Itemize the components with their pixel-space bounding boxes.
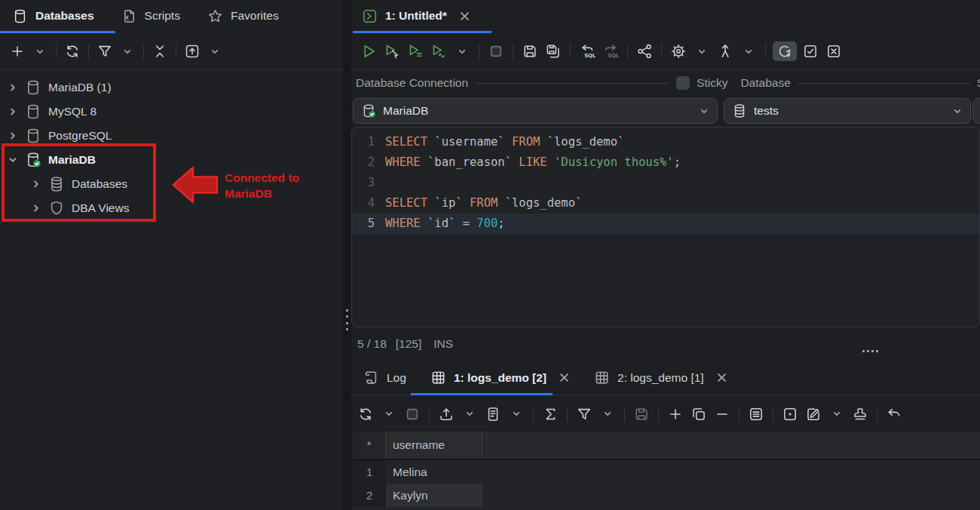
tree-item-mysql-8[interactable]: MySQL 8 <box>0 100 343 124</box>
collapse-all-button[interactable] <box>150 41 170 61</box>
cell-username[interactable]: Melina <box>386 460 482 484</box>
toolbar-separator <box>429 407 430 422</box>
close-icon[interactable] <box>459 11 470 22</box>
table-icon <box>594 370 610 386</box>
edit-cell-button[interactable] <box>804 404 823 424</box>
tab-favorites[interactable]: Favorites <box>207 0 279 32</box>
tree-item-label: MySQL 8 <box>48 105 96 118</box>
save-result-button[interactable] <box>632 404 651 424</box>
delete-row-button[interactable] <box>712 404 732 424</box>
database-icon <box>12 8 28 24</box>
horizontal-splitter-handle-icon[interactable] <box>862 350 878 352</box>
format-sql-button[interactable]: SQL <box>577 41 597 61</box>
file-dropdown-button[interactable] <box>507 404 526 424</box>
commit-button[interactable] <box>715 41 735 61</box>
export-file-button[interactable] <box>483 404 503 424</box>
save-icon <box>633 406 650 422</box>
edit-dropdown-button[interactable] <box>827 404 847 424</box>
chevron-down-icon <box>699 106 709 116</box>
add-dropdown-button[interactable] <box>30 41 50 61</box>
schema-selector-cutoff[interactable] <box>972 98 980 124</box>
filter-result-button[interactable] <box>574 404 594 424</box>
add-connection-button[interactable] <box>8 41 27 61</box>
chevron-down-icon <box>8 155 18 165</box>
save-button[interactable] <box>520 41 540 61</box>
filter-dropdown-button[interactable] <box>118 41 137 61</box>
toolbar-separator <box>143 44 144 59</box>
code-line[interactable]: 4SELECT `ip` FROM `logs_demo` <box>352 193 979 214</box>
revert-button[interactable] <box>884 404 904 424</box>
check-all-button[interactable] <box>801 41 820 61</box>
refresh-result-button[interactable] <box>356 404 375 424</box>
tab-untitled-query[interactable]: 1: Untitled* <box>362 0 470 32</box>
stop-result-button[interactable] <box>403 404 422 424</box>
sidebar: Databases Scripts Favorites <box>0 0 343 510</box>
sticky-label: Sticky <box>697 76 727 90</box>
refresh-dropdown-button[interactable] <box>379 404 399 424</box>
toolbar-separator <box>570 44 571 59</box>
sidebar-tabbar: Databases Scripts Favorites <box>0 0 343 32</box>
export-data-button[interactable] <box>436 404 456 424</box>
run-at-cursor-button[interactable] <box>382 41 402 61</box>
tree-item-mariadb-1[interactable]: MariaDB (1) <box>0 75 343 100</box>
unformat-sql-button[interactable]: SQL <box>601 41 620 61</box>
tab-result-1[interactable]: 1: logs_demo [2] <box>430 361 570 395</box>
tab-log[interactable]: Log <box>363 361 406 395</box>
settings-button[interactable] <box>669 41 688 61</box>
tab-databases[interactable]: Databases <box>12 0 94 32</box>
grid-corner-cell[interactable]: * <box>353 432 386 459</box>
aggregate-button[interactable] <box>541 404 560 424</box>
code-line[interactable]: 3 <box>352 173 979 193</box>
gear-icon <box>670 43 687 60</box>
connection-selector[interactable]: MariaDB <box>353 98 718 124</box>
vertical-splitter[interactable] <box>343 0 351 510</box>
line-number: 3 <box>352 173 385 193</box>
toolbar-separator <box>877 407 877 422</box>
inspect-button[interactable] <box>773 41 797 61</box>
grid-column-username[interactable]: username <box>386 432 482 459</box>
toolbar-separator <box>773 407 773 422</box>
save-all-button[interactable] <box>544 41 563 61</box>
close-icon[interactable] <box>716 372 727 383</box>
run-explain-button[interactable] <box>429 41 449 61</box>
row-number[interactable]: 2 <box>353 484 386 507</box>
cell-view-button[interactable] <box>780 404 800 424</box>
refresh-button[interactable] <box>63 41 82 61</box>
filter-button[interactable] <box>95 41 115 61</box>
row-number[interactable]: 1 <box>353 460 386 484</box>
grid-header-row: * username <box>353 432 980 460</box>
export-dropdown-button[interactable] <box>460 404 479 424</box>
sticky-checkbox[interactable] <box>676 76 690 90</box>
sql-editor[interactable]: 1SELECT `username` FROM `logs_demo`2WHER… <box>351 127 980 327</box>
tab-scripts[interactable]: Scripts <box>121 0 180 32</box>
database-selector[interactable]: tests <box>724 98 971 124</box>
export-dropdown-button[interactable] <box>205 41 225 61</box>
share-button[interactable] <box>635 41 654 61</box>
splitter-handle-icon[interactable] <box>345 309 349 330</box>
filter-dropdown-button[interactable] <box>598 404 617 424</box>
run-button[interactable] <box>359 41 378 61</box>
apply-changes-button[interactable] <box>850 404 870 424</box>
commit-dropdown-button[interactable] <box>739 41 758 61</box>
tab-result-2[interactable]: 2: logs_demo [1] <box>594 361 727 395</box>
run-dropdown-button[interactable] <box>452 41 472 61</box>
close-icon[interactable] <box>559 372 570 383</box>
code-line[interactable]: 5WHERE `id` = 700; <box>352 214 979 234</box>
cell-username[interactable]: Kaylyn <box>386 484 482 507</box>
run-script-button[interactable] <box>406 41 425 61</box>
chevron-right-icon <box>8 106 18 117</box>
chevron-right-icon <box>31 203 41 214</box>
code-line[interactable]: 1SELECT `username` FROM `logs_demo` <box>352 132 979 152</box>
cancel-button[interactable] <box>824 41 844 61</box>
file-lines-icon <box>485 406 501 422</box>
stop-button[interactable] <box>486 41 506 61</box>
settings-dropdown-button[interactable] <box>692 41 712 61</box>
code-line[interactable]: 2WHERE `ban_reason` LIKE 'Dusicyon thous… <box>352 152 979 173</box>
text-view-icon <box>748 406 764 422</box>
add-row-button[interactable] <box>666 404 685 424</box>
run-explain-icon <box>430 43 447 60</box>
export-button[interactable] <box>182 41 202 61</box>
tree-item-postgresql[interactable]: PostgreSQL <box>0 124 343 148</box>
text-view-button[interactable] <box>746 404 766 424</box>
duplicate-row-button[interactable] <box>689 404 709 424</box>
